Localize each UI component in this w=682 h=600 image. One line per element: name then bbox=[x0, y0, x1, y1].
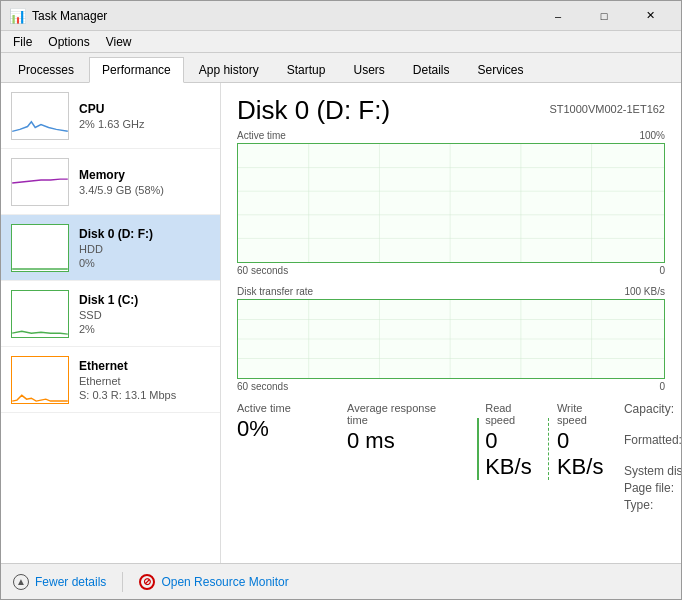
cpu-graph bbox=[11, 92, 69, 140]
stat-write-speed: Write speed 0 KB/s bbox=[548, 402, 603, 480]
cpu-info: CPU 2% 1.63 GHz bbox=[79, 102, 210, 130]
memory-name: Memory bbox=[79, 168, 210, 182]
disk1-type: SSD bbox=[79, 309, 210, 321]
memory-graph bbox=[11, 158, 69, 206]
spec-system-disk: System disk: No bbox=[624, 464, 681, 478]
active-time-bottom-row: 60 seconds 0 bbox=[237, 265, 665, 276]
menu-file[interactable]: File bbox=[5, 33, 40, 51]
disk-serial: ST1000VM002-1ET162 bbox=[549, 103, 665, 115]
resource-monitor-icon: ⊘ bbox=[139, 574, 155, 590]
ethernet-graph bbox=[11, 356, 69, 404]
footer-separator bbox=[122, 572, 123, 592]
active-time-label: Active time bbox=[237, 130, 286, 141]
sidebar-item-cpu[interactable]: CPU 2% 1.63 GHz bbox=[1, 83, 220, 149]
ethernet-info: Ethernet Ethernet S: 0.3 R: 13.1 Mbps bbox=[79, 359, 210, 401]
active-time-bottom-left: 60 seconds bbox=[237, 265, 288, 276]
cpu-name: CPU bbox=[79, 102, 210, 116]
read-speed-value: 0 KB/s bbox=[485, 428, 532, 480]
disk0-type: HDD bbox=[79, 243, 210, 255]
disk0-name: Disk 0 (D: F:) bbox=[79, 227, 210, 241]
fewer-details-label: Fewer details bbox=[35, 575, 106, 589]
transfer-label-row: Disk transfer rate 100 KB/s bbox=[237, 286, 665, 297]
stat-read-speed: Read speed 0 KB/s bbox=[477, 402, 532, 480]
main-header: Disk 0 (D: F:) ST1000VM002-1ET162 bbox=[237, 95, 665, 126]
stat-avg-response: Average response time 0 ms bbox=[347, 402, 457, 454]
active-time-bottom-right: 0 bbox=[659, 265, 665, 276]
transfer-bottom-left: 60 seconds bbox=[237, 381, 288, 392]
stat-active-time: Active time 0% bbox=[237, 402, 327, 442]
main-panel: Disk 0 (D: F:) ST1000VM002-1ET162 Active… bbox=[221, 83, 681, 563]
ethernet-type: Ethernet bbox=[79, 375, 210, 387]
spec-type: Type: HDD bbox=[624, 498, 681, 512]
memory-usage: 3.4/5.9 GB (58%) bbox=[79, 184, 210, 196]
title-bar: 📊 Task Manager – □ ✕ bbox=[1, 1, 681, 31]
sidebar-item-disk1[interactable]: Disk 1 (C:) SSD 2% bbox=[1, 281, 220, 347]
avg-response-stat-label: Average response time bbox=[347, 402, 457, 426]
disk-specs: Capacity: 932 GB Formatted: 932 GB Syste… bbox=[624, 402, 681, 515]
write-speed-value: 0 KB/s bbox=[557, 428, 604, 480]
tab-details[interactable]: Details bbox=[400, 57, 463, 82]
spec-capacity-key: Capacity: bbox=[624, 402, 681, 430]
footer: ▲ Fewer details ⊘ Open Resource Monitor bbox=[1, 563, 681, 599]
sidebar-item-ethernet[interactable]: Ethernet Ethernet S: 0.3 R: 13.1 Mbps bbox=[1, 347, 220, 413]
tab-services[interactable]: Services bbox=[465, 57, 537, 82]
disk1-usage: 2% bbox=[79, 323, 210, 335]
disk0-usage: 0% bbox=[79, 257, 210, 269]
spec-capacity: Capacity: 932 GB bbox=[624, 402, 681, 430]
ethernet-name: Ethernet bbox=[79, 359, 210, 373]
disk1-name: Disk 1 (C:) bbox=[79, 293, 210, 307]
transfer-label: Disk transfer rate bbox=[237, 286, 313, 297]
sidebar-item-memory[interactable]: Memory 3.4/5.9 GB (58%) bbox=[1, 149, 220, 215]
disk1-graph bbox=[11, 290, 69, 338]
spec-system-disk-key: System disk: bbox=[624, 464, 681, 478]
avg-response-stat-value: 0 ms bbox=[347, 428, 457, 454]
disk-title: Disk 0 (D: F:) bbox=[237, 95, 390, 126]
active-time-max: 100% bbox=[639, 130, 665, 141]
open-resource-monitor-label: Open Resource Monitor bbox=[161, 575, 288, 589]
spec-type-key: Type: bbox=[624, 498, 681, 512]
active-time-chart bbox=[237, 143, 665, 263]
title-bar-left: 📊 Task Manager bbox=[9, 8, 107, 24]
tab-performance[interactable]: Performance bbox=[89, 57, 184, 83]
transfer-max: 100 KB/s bbox=[624, 286, 665, 297]
disk0-info: Disk 0 (D: F:) HDD 0% bbox=[79, 227, 210, 269]
task-manager-window: 📊 Task Manager – □ ✕ File Options View P… bbox=[0, 0, 682, 600]
spec-page-file: Page file: No bbox=[624, 481, 681, 495]
menu-options[interactable]: Options bbox=[40, 33, 97, 51]
fewer-details-button[interactable]: ▲ Fewer details bbox=[13, 574, 106, 590]
ethernet-speed: S: 0.3 R: 13.1 Mbps bbox=[79, 389, 210, 401]
sidebar: CPU 2% 1.63 GHz Memory 3.4/5.9 GB (58%) bbox=[1, 83, 221, 563]
tab-app-history[interactable]: App history bbox=[186, 57, 272, 82]
tab-bar: Processes Performance App history Startu… bbox=[1, 53, 681, 83]
window-title: Task Manager bbox=[32, 9, 107, 23]
app-icon: 📊 bbox=[9, 8, 26, 24]
memory-info: Memory 3.4/5.9 GB (58%) bbox=[79, 168, 210, 196]
sidebar-item-disk0[interactable]: Disk 0 (D: F:) HDD 0% bbox=[1, 215, 220, 281]
active-time-section: Active time 100% bbox=[237, 130, 665, 276]
disk0-graph bbox=[11, 224, 69, 272]
transfer-bottom-right: 0 bbox=[659, 381, 665, 392]
write-speed-label: Write speed bbox=[557, 402, 604, 426]
transfer-rate-section: Disk transfer rate 100 KB/s bbox=[237, 286, 665, 392]
open-resource-monitor-button[interactable]: ⊘ Open Resource Monitor bbox=[139, 574, 288, 590]
title-controls: – □ ✕ bbox=[535, 1, 673, 31]
content-area: CPU 2% 1.63 GHz Memory 3.4/5.9 GB (58%) bbox=[1, 83, 681, 563]
minimize-button[interactable]: – bbox=[535, 1, 581, 31]
tab-users[interactable]: Users bbox=[340, 57, 397, 82]
cpu-usage: 2% 1.63 GHz bbox=[79, 118, 210, 130]
active-time-stat-label: Active time bbox=[237, 402, 327, 414]
maximize-button[interactable]: □ bbox=[581, 1, 627, 31]
menu-view[interactable]: View bbox=[98, 33, 140, 51]
active-time-stat-value: 0% bbox=[237, 416, 327, 442]
transfer-chart bbox=[237, 299, 665, 379]
menu-bar: File Options View bbox=[1, 31, 681, 53]
close-button[interactable]: ✕ bbox=[627, 1, 673, 31]
tab-startup[interactable]: Startup bbox=[274, 57, 339, 82]
tab-processes[interactable]: Processes bbox=[5, 57, 87, 82]
spec-page-file-key: Page file: bbox=[624, 481, 681, 495]
transfer-bottom-row: 60 seconds 0 bbox=[237, 381, 665, 392]
stat-speeds: Read speed 0 KB/s Write speed 0 KB/s bbox=[477, 402, 604, 480]
read-speed-label: Read speed bbox=[485, 402, 532, 426]
active-time-label-row: Active time 100% bbox=[237, 130, 665, 141]
chevron-up-icon: ▲ bbox=[13, 574, 29, 590]
